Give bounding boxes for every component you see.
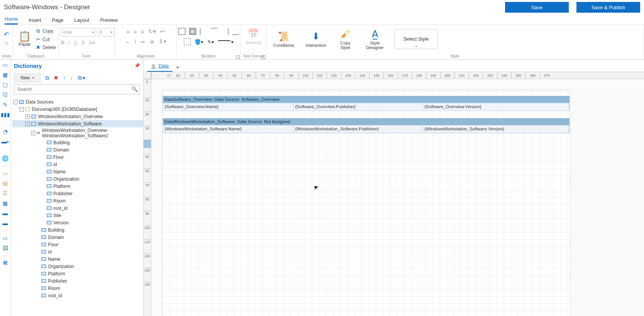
style-designer-button[interactable]: A̲Style Designer xyxy=(362,28,388,51)
align-bottom-button[interactable]: ⫭ xyxy=(140,38,146,45)
fill-color-button[interactable]: 🪣▾ xyxy=(195,39,203,45)
tool-page-icon[interactable]: ▭ xyxy=(2,61,9,68)
copy-style-button[interactable]: 🖌Copy Style xyxy=(335,28,355,51)
cell-ws-version[interactable]: {WindowsWorkstation_Software.Version} xyxy=(423,125,569,133)
expand-icon[interactable]: − xyxy=(13,100,18,104)
tree-field[interactable]: Name xyxy=(53,169,66,174)
tool-detail-icon[interactable]: ▭ xyxy=(2,235,9,242)
border-style-button[interactable]: ▾ xyxy=(218,38,234,46)
border-top-button[interactable] xyxy=(211,28,218,35)
conditions-button[interactable]: 📜Conditions xyxy=(271,30,296,48)
tree-field-row[interactable]: Platform xyxy=(12,270,143,277)
font-size-combo[interactable]: 8 xyxy=(97,28,114,36)
save-button[interactable]: Save xyxy=(505,2,569,13)
tab-layout[interactable]: Layout xyxy=(74,17,89,25)
tree-field[interactable]: Publisher xyxy=(48,278,67,284)
tree-field-row[interactable]: Organization xyxy=(12,175,143,183)
border-right-button[interactable] xyxy=(221,28,228,35)
tool-settings-icon[interactable]: 🛠 xyxy=(2,260,9,267)
border-color-button[interactable]: ✎▾ xyxy=(207,39,214,45)
band-row-software-overview[interactable]: {Software_Overview.Name} {Software_Overv… xyxy=(163,103,570,111)
tool-grid-icon[interactable]: ▦ xyxy=(2,200,9,207)
tree-field[interactable]: Building xyxy=(53,140,70,145)
cell-ws-publisher[interactable]: {WindowsWorkstation_Software.Publisher} xyxy=(294,125,423,133)
cut-button[interactable]: ✂Cut xyxy=(35,36,56,42)
textformat-dialog-launcher[interactable]: ↘ xyxy=(261,55,265,59)
expand-icon[interactable]: + xyxy=(25,114,30,119)
tool-table-icon[interactable]: ▦ xyxy=(2,71,9,78)
tree-field-row[interactable]: Version xyxy=(12,219,143,226)
tree-field[interactable]: id xyxy=(53,162,57,167)
tool-rect-icon[interactable]: ▭ xyxy=(2,170,9,177)
tree-field[interactable]: id xyxy=(48,249,51,255)
tool-gauge-icon[interactable]: ◔ xyxy=(2,128,9,135)
redo-icon[interactable]: ↷ xyxy=(4,40,9,48)
italic-button[interactable]: I xyxy=(68,40,70,46)
tree-field[interactable]: Floor xyxy=(53,155,64,160)
expand-icon[interactable]: − xyxy=(31,131,35,135)
move-up-icon[interactable]: ↑ xyxy=(63,75,66,81)
border-all-button[interactable] xyxy=(178,28,185,35)
design-page[interactable]: DataSoftware_Overview; Data Source: Soft… xyxy=(163,91,570,316)
tool-panel1-icon[interactable]: ▬ xyxy=(2,210,9,217)
tree-field[interactable]: Organization xyxy=(53,176,79,182)
line-spacing-button[interactable]: ⇕▾ xyxy=(159,38,167,45)
copy-button[interactable]: ⧉Copy xyxy=(35,28,56,34)
align-middle-button[interactable]: ⫲ xyxy=(134,38,136,45)
cell-software-version[interactable]: {Software_Overview.Version} xyxy=(423,103,569,110)
document-tab-data[interactable]: 🗎Data xyxy=(147,61,172,72)
wrap-text-button[interactable]: ↩ xyxy=(160,28,165,35)
tree-field-row[interactable]: Site xyxy=(12,212,143,219)
tool-arrow-2[interactable]: › xyxy=(5,148,6,152)
justify-button[interactable]: ≣ xyxy=(150,38,155,45)
interaction-button[interactable]: ⬇Interaction xyxy=(303,30,329,48)
tree-field-row[interactable]: Domain xyxy=(12,234,143,241)
align-left-button[interactable]: ≡ xyxy=(126,28,130,35)
tree-field-row[interactable]: Room xyxy=(12,197,143,204)
tree-field[interactable]: root_id xyxy=(48,293,62,298)
gear-icon[interactable]: ⚙▾ xyxy=(78,75,85,81)
search-input[interactable] xyxy=(14,84,140,94)
tab-preview[interactable]: Preview xyxy=(100,17,118,25)
border-bottom-button[interactable] xyxy=(232,28,239,35)
search-icon[interactable]: 🔍 xyxy=(131,86,138,92)
cell-software-publisher[interactable]: {Software_Overview.Publisher} xyxy=(294,103,423,110)
borders-dialog-launcher[interactable]: ↘ xyxy=(236,55,240,59)
tree-field[interactable]: Floor xyxy=(48,242,58,247)
general-format-button[interactable]: 📅General⌄ xyxy=(243,28,264,51)
tree-field-row[interactable]: root_id xyxy=(12,204,143,212)
data-source-tree[interactable]: −Data Sources −Docusnap365 [Ds365Databas… xyxy=(11,97,143,316)
underline-button[interactable]: U xyxy=(74,40,78,46)
border-none-button[interactable] xyxy=(184,38,191,45)
strike-button[interactable]: S xyxy=(81,40,85,46)
delete-button[interactable]: ✖Delete xyxy=(35,44,56,50)
save-publish-button[interactable]: Save & Publish xyxy=(576,2,640,13)
tree-field[interactable]: Domain xyxy=(48,235,64,240)
tree-field-row[interactable]: Name xyxy=(12,255,143,263)
band-header-software-overview[interactable]: DataSoftware_Overview; Data Source: Soft… xyxy=(163,96,570,103)
tool-box-icon[interactable]: ▢ xyxy=(2,81,9,88)
tree-field-row[interactable]: Platform xyxy=(12,183,143,190)
cell-ws-name[interactable]: {WindowsWorkstation_Software.Name} xyxy=(163,125,294,133)
tree-field-row[interactable]: Publisher xyxy=(12,277,143,285)
border-inner-button[interactable] xyxy=(189,28,196,35)
tree-root[interactable]: Data Sources xyxy=(26,99,54,105)
cell-software-name[interactable]: {Software_Overview.Name} xyxy=(163,103,294,110)
tree-field[interactable]: Site xyxy=(53,213,61,218)
tree-field-row[interactable]: root_id xyxy=(12,292,143,299)
undo-icon[interactable]: ↶ xyxy=(4,31,9,38)
font-name-combo[interactable]: Arial xyxy=(61,28,96,36)
tree-field-row[interactable]: Publisher xyxy=(12,190,143,197)
tree-field[interactable]: Domain xyxy=(53,147,69,153)
tree-database[interactable]: Docusnap365 [Ds365Database] xyxy=(32,107,97,112)
font-color-button[interactable]: A▾ xyxy=(89,40,95,46)
band-header-workstation-software[interactable]: DataWindowsWorkstation_Software; Data So… xyxy=(163,118,570,125)
tool-list-icon[interactable]: ▤ xyxy=(2,180,9,187)
tree-field-row[interactable]: Room xyxy=(12,285,143,292)
tree-field[interactable]: Organization xyxy=(48,264,74,269)
duplicate-icon[interactable]: ⧉ xyxy=(45,75,49,81)
tool-image-icon[interactable]: 🖼 xyxy=(2,245,9,252)
tool-hierarchy-icon[interactable]: ⿻ xyxy=(2,91,9,98)
rotate-text-button[interactable]: ↻▾ xyxy=(148,28,156,35)
tree-field[interactable]: Platform xyxy=(48,271,65,276)
